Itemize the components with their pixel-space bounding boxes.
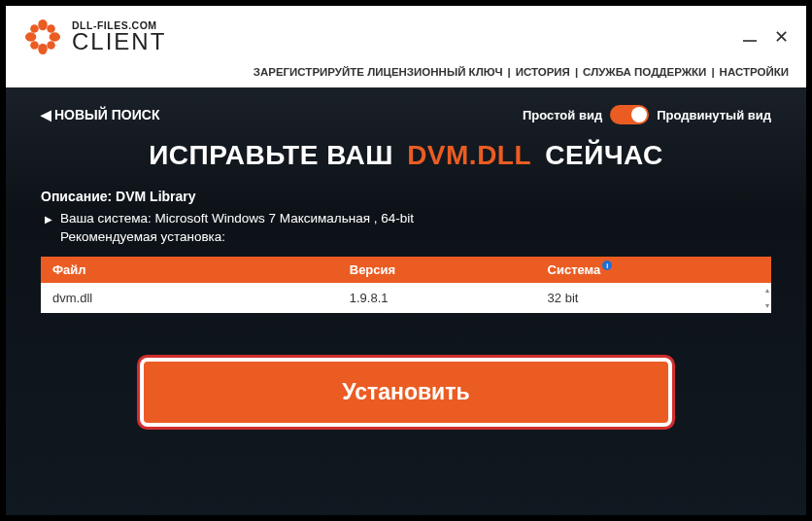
- svg-point-4: [30, 24, 39, 33]
- svg-point-5: [47, 24, 55, 33]
- info-icon[interactable]: i: [602, 260, 612, 270]
- nav-register[interactable]: ЗАРЕГИСТРИРУЙТЕ ЛИЦЕНЗИОННЫЙ КЛЮЧ: [254, 66, 503, 78]
- th-version: Версия: [350, 262, 548, 277]
- scroll-down-icon[interactable]: ▾: [765, 301, 769, 310]
- view-simple-label: Простой вид: [523, 108, 602, 122]
- nav-settings[interactable]: НАСТРОЙКИ: [720, 66, 789, 78]
- scroll-up-icon[interactable]: ▴: [765, 286, 769, 295]
- brand-text: DLL-FILES.COM CLIENT: [72, 20, 166, 54]
- back-triangle-icon: ◀: [41, 107, 51, 122]
- svg-point-6: [30, 41, 39, 50]
- nav-history[interactable]: ИСТОРИЯ: [516, 66, 570, 78]
- svg-point-0: [38, 19, 48, 30]
- headline: ИСПРАВЬТЕ ВАШ DVM.DLL СЕЙЧАС: [41, 140, 771, 171]
- table-row[interactable]: dvm.dll 1.9.8.1 32 bit: [41, 283, 771, 313]
- new-search-link[interactable]: ◀ НОВЫЙ ПОИСК: [41, 107, 159, 122]
- svg-point-3: [50, 32, 60, 42]
- svg-point-8: [38, 32, 48, 42]
- install-button[interactable]: Установить: [144, 362, 668, 423]
- view-advanced-label: Продвинутый вид: [657, 108, 771, 122]
- svg-point-7: [47, 41, 55, 50]
- th-file: Файл: [52, 262, 350, 277]
- svg-point-2: [25, 32, 36, 42]
- view-toggle[interactable]: [610, 105, 649, 124]
- description: Описание: DVM Library: [41, 189, 771, 204]
- minimize-icon[interactable]: [743, 40, 757, 42]
- expand-triangle-icon[interactable]: ▶: [45, 214, 52, 225]
- app-logo: [23, 17, 62, 56]
- th-system: Система i: [548, 262, 760, 277]
- close-icon[interactable]: ✕: [774, 28, 789, 46]
- nav-support[interactable]: СЛУЖБА ПОДДЕРЖКИ: [583, 66, 706, 78]
- svg-point-1: [38, 44, 48, 54]
- dll-table: Файл Версия Система i dvm.dll 1.9.8.1 32…: [41, 257, 771, 313]
- system-info: Ваша система: Microsoft Windows 7 Максим…: [60, 210, 414, 247]
